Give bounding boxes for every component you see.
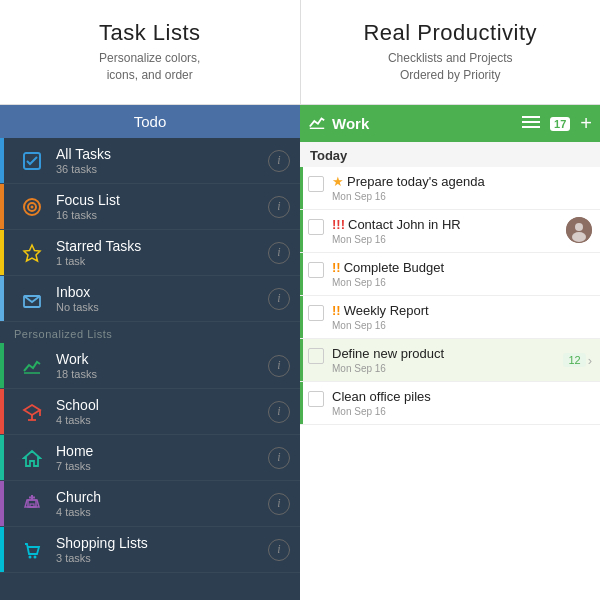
task-checkbox[interactable] [308,262,324,278]
list-item[interactable]: School 4 tasks i [0,389,300,435]
svg-point-18 [34,555,37,558]
chevron-right-icon[interactable]: › [588,353,592,368]
list-item-text: Focus List 16 tasks [56,192,268,221]
svg-point-24 [575,223,583,231]
info-icon[interactable]: i [268,539,290,561]
task-date: Mon Sep 16 [332,234,562,245]
task-list: ★Prepare today's agenda Mon Sep 16 !!!Co… [300,167,600,600]
task-lists-subtitle: Personalize colors,icons, and order [99,50,200,84]
task-title: !!!Contact John in HR [332,217,562,232]
list-item-name: Starred Tasks [56,238,268,254]
work-icon [18,352,46,380]
task-checkbox[interactable] [308,348,324,364]
avatar [566,217,592,243]
svg-marker-7 [24,405,40,415]
svg-point-17 [29,555,32,558]
add-task-button[interactable]: + [580,112,592,135]
list-item-count: 4 tasks [56,506,268,518]
todo-item-list: All Tasks 36 tasks i Focus List 16 [0,138,300,600]
list-item[interactable]: Inbox No tasks i [0,276,300,322]
list-item-text: Starred Tasks 1 task [56,238,268,267]
task-item[interactable]: !!!Contact John in HR Mon Sep 16 [300,210,600,253]
subtask-count-badge: 12 [563,353,585,367]
task-item[interactable]: ★Prepare today's agenda Mon Sep 16 [300,167,600,210]
list-item-count: 7 tasks [56,460,268,472]
task-item[interactable]: !!Weekly Report Mon Sep 16 [300,296,600,339]
task-item[interactable]: Define new product Mon Sep 16 12 › [300,339,600,382]
inbox-icon [18,285,46,313]
list-item[interactable]: All Tasks 36 tasks i [0,138,300,184]
list-item[interactable]: Work 18 tasks i [0,343,300,389]
info-icon[interactable]: i [268,196,290,218]
task-title: Clean office piles [332,389,592,404]
info-icon[interactable]: i [268,242,290,264]
svg-point-3 [31,205,34,208]
task-checkbox[interactable] [308,176,324,192]
task-title: !!Complete Budget [332,260,592,275]
info-icon[interactable]: i [268,401,290,423]
todo-panel: Todo All Tasks 36 tasks i [0,105,300,600]
task-checkbox[interactable] [308,219,324,235]
info-icon[interactable]: i [268,288,290,310]
list-item[interactable]: Starred Tasks 1 task i [0,230,300,276]
work-panel-icon [308,113,326,135]
todo-header: Todo [0,105,300,138]
star-icon [18,239,46,267]
task-item[interactable]: !!Complete Budget Mon Sep 16 [300,253,600,296]
task-lists-promo: Task Lists Personalize colors,icons, and… [0,0,301,104]
list-item-name: Work [56,351,268,367]
task-date: Mon Sep 16 [332,320,592,331]
checkbox-icon [18,147,46,175]
list-item-text: Inbox No tasks [56,284,268,313]
task-date: Mon Sep 16 [332,363,559,374]
task-lists-title: Task Lists [99,20,201,46]
task-title: Define new product [332,346,559,361]
svg-marker-4 [24,245,40,261]
church-icon [18,490,46,518]
task-checkbox[interactable] [308,305,324,321]
list-item-count: 18 tasks [56,368,268,380]
list-item-text: All Tasks 36 tasks [56,146,268,175]
real-productivity-subtitle: Checklists and ProjectsOrdered by Priori… [388,50,513,84]
med-priority-icon: !! [332,260,341,275]
section-label: Personalized Lists [0,322,300,343]
med-priority-icon: !! [332,303,341,318]
list-item-name: Church [56,489,268,505]
list-item[interactable]: Home 7 tasks i [0,435,300,481]
task-content: !!Weekly Report Mon Sep 16 [332,303,592,331]
list-item-count: 1 task [56,255,268,267]
home-icon [18,444,46,472]
info-icon[interactable]: i [268,355,290,377]
star-priority-icon: ★ [332,174,344,189]
info-icon[interactable]: i [268,150,290,172]
list-item[interactable]: Church 4 tasks i [0,481,300,527]
list-item-name: All Tasks [56,146,268,162]
task-date: Mon Sep 16 [332,277,592,288]
task-content: !!Complete Budget Mon Sep 16 [332,260,592,288]
calendar-icon[interactable]: 17 [550,117,570,131]
list-item[interactable]: Focus List 16 tasks i [0,184,300,230]
real-productivity-title: Real Productivity [363,20,537,46]
list-item[interactable]: Shopping Lists 3 tasks i [0,527,300,573]
task-date: Mon Sep 16 [332,191,592,202]
list-item-text: Church 4 tasks [56,489,268,518]
work-panel-title: Work [332,115,516,132]
shopping-icon [18,536,46,564]
svg-marker-11 [24,451,40,466]
list-item-text: School 4 tasks [56,397,268,426]
task-item[interactable]: Clean office piles Mon Sep 16 [300,382,600,425]
info-icon[interactable]: i [268,447,290,469]
school-icon [18,398,46,426]
task-checkbox[interactable] [308,391,324,407]
info-icon[interactable]: i [268,493,290,515]
menu-icon[interactable] [522,115,540,133]
today-label: Today [300,142,600,167]
list-item-name: School [56,397,268,413]
list-item-name: Focus List [56,192,268,208]
focus-icon [18,193,46,221]
task-content: ★Prepare today's agenda Mon Sep 16 [332,174,592,202]
list-item-count: 16 tasks [56,209,268,221]
high-priority-icon: !!! [332,217,345,232]
list-item-count: 3 tasks [56,552,268,564]
list-item-count: No tasks [56,301,268,313]
